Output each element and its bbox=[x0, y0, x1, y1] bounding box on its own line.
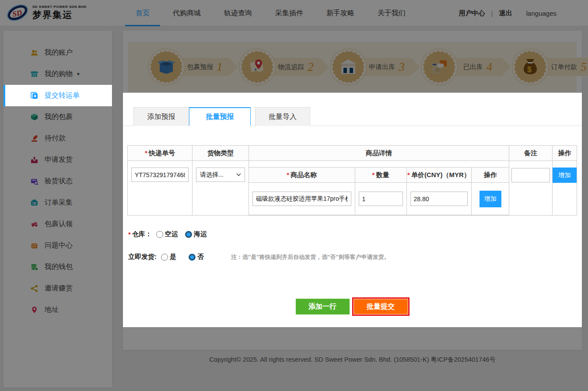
air-radio[interactable] bbox=[156, 231, 163, 238]
sidebar-item-label: 我的钱包 bbox=[45, 262, 73, 272]
step-label: 物流追踪 bbox=[278, 63, 304, 71]
unit-price-input[interactable] bbox=[410, 192, 468, 206]
languages-link[interactable]: languages bbox=[526, 10, 556, 17]
sidebar-item-invite-reward[interactable]: 邀请赚赏 bbox=[4, 278, 112, 299]
sidebar-item-label: 提交转运单 bbox=[45, 91, 80, 100]
step-apply-outbound: 申请出库 3 bbox=[332, 51, 413, 83]
inner-header-price: *单价(CNY)（MYR） bbox=[406, 168, 471, 183]
add-line-button[interactable]: 添加一行 bbox=[296, 299, 350, 314]
nav-item-home[interactable]: 首页 bbox=[136, 0, 150, 26]
warehouse-option-air[interactable]: 空运 bbox=[156, 230, 178, 238]
step-label: 已出库 bbox=[463, 63, 483, 71]
form-actions: 添加一行 批量提交 bbox=[123, 297, 582, 316]
svg-text:=?: =? bbox=[32, 244, 36, 248]
add-row-action-button[interactable]: 增加 bbox=[553, 168, 577, 183]
footer-copyright: Copyright© 2025. All rights reserved. SD… bbox=[123, 356, 582, 364]
product-name-input[interactable] bbox=[252, 192, 351, 206]
chevron-down-icon bbox=[236, 173, 241, 176]
nav-divider: | bbox=[491, 10, 493, 17]
nav-item-guide[interactable]: 新手攻略 bbox=[326, 0, 354, 26]
inner-header-action: 操作 bbox=[471, 168, 509, 183]
brand-logo[interactable]: SD SD SWEET POWER SDN BHD 梦界集运 bbox=[6, 3, 87, 23]
money-bag-icon: $ bbox=[514, 51, 546, 83]
user-center-link[interactable]: 用户中心 bbox=[459, 9, 485, 17]
tab-add-forecast[interactable]: 添加预报 bbox=[133, 107, 189, 126]
open-box-icon bbox=[150, 51, 182, 83]
nav-item-tracking[interactable]: 轨迹查询 bbox=[224, 0, 252, 26]
step-number: 2 bbox=[308, 60, 314, 74]
sidebar-item-label: 我的购物 bbox=[45, 70, 73, 79]
sidebar-item-my-packages[interactable]: 我的包裹 bbox=[4, 106, 112, 128]
sidebar-item-label: 订单采集 bbox=[45, 198, 73, 207]
brand-name: 梦界集运 bbox=[32, 9, 87, 21]
sidebar-item-package-claim[interactable]: 包裹认领 bbox=[4, 213, 112, 235]
nav-user-area: 用户中心 | 退出 languages bbox=[459, 0, 556, 26]
transfer-order-icon bbox=[31, 92, 38, 99]
sidebar-item-address[interactable]: 地址 bbox=[4, 299, 112, 321]
goods-type-select[interactable]: 请选择... bbox=[196, 168, 245, 182]
brand-subtitle: SD SWEET POWER SDN BHD bbox=[32, 5, 87, 9]
col-header-goods-type: 货物类型 bbox=[192, 146, 249, 161]
sidebar-item-question-center[interactable]: =? 问题中心 bbox=[4, 235, 112, 256]
step-logistics-tracking: 物流追踪 2 bbox=[241, 51, 322, 83]
step-label: 申请出库 bbox=[369, 63, 395, 71]
logo-swirl-icon: SD bbox=[6, 3, 29, 23]
sidebar-item-apply-shipping[interactable]: 申请发货 bbox=[4, 149, 112, 171]
step-number: 3 bbox=[399, 60, 405, 74]
ship-now-option-no[interactable]: 否 bbox=[189, 253, 204, 261]
step-package-forecast: 包裹预报 1 bbox=[150, 51, 231, 83]
required-mark: * bbox=[145, 149, 147, 157]
sidebar-item-inspection-status[interactable]: 验货状态 bbox=[4, 171, 112, 192]
shop-icon bbox=[31, 70, 38, 78]
step-number: 5 bbox=[581, 60, 587, 74]
batch-submit-button[interactable]: 批量提交 bbox=[354, 299, 408, 314]
sidebar: 我的账户 我的购物 ▼ 提交转运单 我的包裹 待付款 bbox=[4, 31, 112, 388]
sidebar-item-my-account[interactable]: 我的账户 bbox=[4, 42, 112, 63]
sidebar-item-label: 我的账户 bbox=[45, 48, 73, 57]
add-product-button[interactable]: 增加 bbox=[480, 191, 501, 207]
step-order-payment: $ 订单付款 5 bbox=[514, 51, 588, 83]
col-header-product-detail: 商品详情 bbox=[249, 146, 509, 161]
nav-item-plugin[interactable]: 采集插件 bbox=[275, 0, 303, 26]
yes-radio[interactable] bbox=[161, 254, 168, 261]
account-icon bbox=[31, 49, 38, 56]
nav-item-about[interactable]: 关于我们 bbox=[378, 0, 406, 26]
sidebar-item-my-wallet[interactable]: 我的钱包 bbox=[4, 256, 112, 278]
remark-input[interactable] bbox=[511, 168, 550, 182]
required-mark: * bbox=[128, 230, 131, 238]
sidebar-item-label: 地址 bbox=[45, 305, 59, 314]
no-radio[interactable] bbox=[189, 254, 196, 261]
ship-now-option-yes[interactable]: 是 bbox=[161, 253, 176, 261]
nav-menu: 首页 代购商城 轨迹查询 采集插件 新手攻略 关于我们 bbox=[136, 0, 406, 26]
bank-building-icon bbox=[332, 51, 364, 83]
quantity-input[interactable] bbox=[359, 192, 403, 206]
warehouse-option-sea[interactable]: 海运 bbox=[185, 230, 207, 238]
sidebar-item-my-shopping[interactable]: 我的购物 ▼ bbox=[4, 63, 112, 85]
sidebar-item-label: 待付款 bbox=[45, 134, 66, 143]
chevron-down-icon: ▼ bbox=[76, 72, 80, 77]
sidebar-item-label: 问题中心 bbox=[45, 241, 73, 250]
sidebar-item-label: 邀请赚赏 bbox=[45, 284, 73, 293]
logout-link[interactable]: 退出 bbox=[499, 9, 512, 17]
tab-batch-forecast[interactable]: 批量预报 bbox=[189, 107, 251, 126]
sidebar-item-order-collect[interactable]: 订单采集 bbox=[4, 192, 112, 213]
batch-forecast-panel: 添加预报 批量预报 批量导入 *快递单号 货物类型 商品详情 备注 操作 请选择… bbox=[123, 93, 582, 327]
col-header-action: 操作 bbox=[553, 146, 577, 161]
step-label: 订单付款 bbox=[551, 63, 577, 71]
top-navbar: SD SD SWEET POWER SDN BHD 梦界集运 首页 代购商城 轨… bbox=[0, 0, 588, 26]
map-pin-icon bbox=[241, 51, 273, 83]
warehouse-label: 仓库： bbox=[132, 230, 152, 238]
sea-radio[interactable] bbox=[185, 231, 192, 238]
sidebar-item-pending-payment[interactable]: 待付款 bbox=[4, 128, 112, 149]
forecast-table: *快递单号 货物类型 商品详情 备注 操作 请选择... *商品名称 bbox=[127, 145, 577, 216]
highlight-frame: 批量提交 bbox=[352, 297, 410, 316]
tab-batch-import[interactable]: 批量导入 bbox=[255, 107, 310, 126]
pen-pay-icon bbox=[31, 135, 38, 142]
nav-item-mall[interactable]: 代购商城 bbox=[173, 0, 201, 26]
tracking-number-input[interactable] bbox=[131, 168, 189, 182]
product-detail-inner-table: *商品名称 *数量 *单价(CNY)（MYR） 操作 增加 bbox=[249, 167, 509, 215]
svg-text:$: $ bbox=[527, 65, 532, 74]
share-icon bbox=[31, 285, 38, 292]
sidebar-item-submit-transfer[interactable]: 提交转运单 bbox=[4, 85, 112, 106]
ship-now-radio-group: 立即发货: 是 否 注：选"是"将快递到齐后自动发货，选"否"则等客户申请发货。 bbox=[128, 253, 390, 261]
